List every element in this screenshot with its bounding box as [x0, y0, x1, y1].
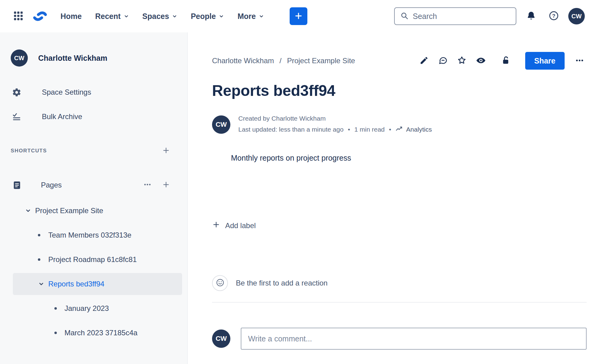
watch-button[interactable] [474, 54, 488, 68]
plus-icon [294, 11, 303, 21]
create-button[interactable] [290, 7, 307, 25]
share-button[interactable]: Share [525, 52, 565, 70]
unlock-icon [501, 56, 511, 66]
nav-more-label: More [237, 12, 256, 21]
notifications-button[interactable] [523, 8, 539, 24]
tree-item-label: Project Roadmap 61c8fc81 [48, 255, 137, 264]
nav-more[interactable]: More [237, 12, 264, 21]
pages-icon [12, 180, 22, 190]
nav-people-label: People [191, 12, 216, 21]
created-by-text[interactable]: Created by Charlotte Wickham [238, 115, 432, 122]
gear-icon [11, 88, 22, 97]
nav-spaces[interactable]: Spaces [142, 12, 178, 21]
add-page-button[interactable] [162, 180, 170, 190]
analytics-link[interactable]: Analytics [395, 125, 432, 134]
workspace: CW Charlotte Wickham Space Settings Bulk… [0, 32, 597, 364]
chevron-down-icon [124, 12, 129, 21]
comment-input[interactable] [241, 328, 587, 350]
sidebar-item-bulk-archive[interactable]: Bulk Archive [0, 104, 187, 129]
last-updated-text: Last updated: less than a minute ago [238, 126, 343, 133]
smiley-icon [216, 278, 225, 288]
read-time-text: 1 min read [354, 126, 385, 133]
shortcuts-section: SHORTCUTS [0, 145, 187, 157]
top-navigation-bar: Home Recent Spaces People More [0, 0, 597, 32]
nav-people[interactable]: People [191, 12, 224, 21]
author-avatar[interactable]: CW [212, 115, 230, 134]
analytics-label: Analytics [406, 126, 432, 133]
plus-icon [162, 146, 170, 155]
page-actions: Share [417, 52, 587, 70]
reactions-prompt: Be the first to add a reaction [236, 279, 328, 287]
chevron-down-icon [25, 208, 31, 214]
star-button[interactable] [455, 54, 469, 68]
chevron-down-icon [172, 12, 177, 21]
analytics-icon [395, 125, 403, 134]
tree-item-label: January 2023 [64, 304, 109, 313]
bullet-icon [38, 258, 40, 261]
search-input[interactable] [413, 12, 511, 21]
tree-item-march-2023[interactable]: March 2023 37185c4a [13, 321, 182, 345]
reactions-bar: Be the first to add a reaction [212, 275, 587, 291]
tree-item-project-example-site[interactable]: Project Example Site [13, 198, 182, 223]
more-icon [143, 180, 152, 190]
pages-section-header[interactable]: Pages [0, 175, 187, 195]
sidebar-item-label: Bulk Archive [42, 112, 82, 121]
breadcrumb-item-space[interactable]: Charlotte Wickham [212, 56, 274, 65]
page-tree: Project Example Site Team Members 032f31… [0, 198, 187, 345]
nav-recent-label: Recent [95, 12, 120, 21]
user-avatar[interactable]: CW [568, 8, 585, 24]
nav-spaces-label: Spaces [142, 12, 169, 21]
plus-icon [162, 180, 170, 190]
bullet-icon [54, 332, 57, 334]
tree-item-label: Team Members 032f313e [48, 231, 131, 239]
plus-icon [212, 220, 220, 231]
page-title: Reports bed3ff94 [212, 82, 587, 100]
page-more-button[interactable] [573, 54, 587, 68]
tree-item-january-2023[interactable]: January 2023 [13, 296, 182, 321]
confluence-logo[interactable] [33, 9, 47, 23]
nav-recent[interactable]: Recent [95, 12, 129, 21]
app-grid-icon [13, 11, 24, 22]
pages-more-button[interactable] [143, 180, 152, 190]
sidebar-item-space-settings[interactable]: Space Settings [0, 80, 187, 104]
space-header[interactable]: CW Charlotte Wickham [0, 49, 187, 67]
tree-item-reports-selected[interactable]: Reports bed3ff94 [13, 273, 182, 295]
app-switcher-button[interactable] [11, 9, 26, 24]
pages-label: Pages [41, 181, 62, 189]
edit-icon [419, 56, 429, 66]
edit-button[interactable] [417, 54, 431, 68]
commenter-avatar: CW [212, 329, 230, 348]
space-avatar: CW [11, 49, 28, 67]
restrictions-button[interactable] [499, 54, 513, 68]
dot-separator: • [348, 126, 350, 133]
chevron-down-icon [38, 281, 45, 287]
space-menu: Space Settings Bulk Archive [0, 80, 187, 129]
page-header: Charlotte Wickham / Project Example Site [212, 52, 587, 70]
bullet-icon [54, 307, 57, 310]
section-divider [212, 302, 587, 303]
byline: CW Created by Charlotte Wickham Last upd… [212, 115, 587, 134]
comment-icon [438, 56, 448, 66]
tree-item-team-members[interactable]: Team Members 032f313e [13, 223, 182, 247]
breadcrumb-separator: / [280, 56, 282, 65]
comment-composer: CW [212, 328, 587, 350]
svg-text:?: ? [552, 13, 555, 19]
space-sidebar: CW Charlotte Wickham Space Settings Bulk… [0, 32, 188, 364]
nav-home-label: Home [60, 12, 82, 21]
breadcrumb-item-page[interactable]: Project Example Site [287, 56, 355, 65]
tree-item-project-roadmap[interactable]: Project Roadmap 61c8fc81 [13, 247, 182, 272]
chevron-down-icon [219, 12, 224, 21]
page-content: Charlotte Wickham / Project Example Site [188, 32, 597, 364]
add-reaction-button[interactable] [212, 275, 228, 291]
nav-home[interactable]: Home [60, 12, 82, 21]
add-label-button[interactable]: Add label [212, 220, 256, 231]
page-body-text: Monthly reports on project progress [231, 154, 587, 162]
star-icon [457, 56, 467, 66]
comment-button[interactable] [436, 54, 450, 68]
breadcrumb: Charlotte Wickham / Project Example Site [212, 56, 355, 65]
add-shortcut-button[interactable] [162, 146, 170, 155]
bullet-icon [38, 234, 40, 236]
help-button[interactable]: ? [546, 8, 562, 24]
watch-icon [476, 56, 486, 66]
tree-item-label: Project Example Site [35, 206, 103, 215]
